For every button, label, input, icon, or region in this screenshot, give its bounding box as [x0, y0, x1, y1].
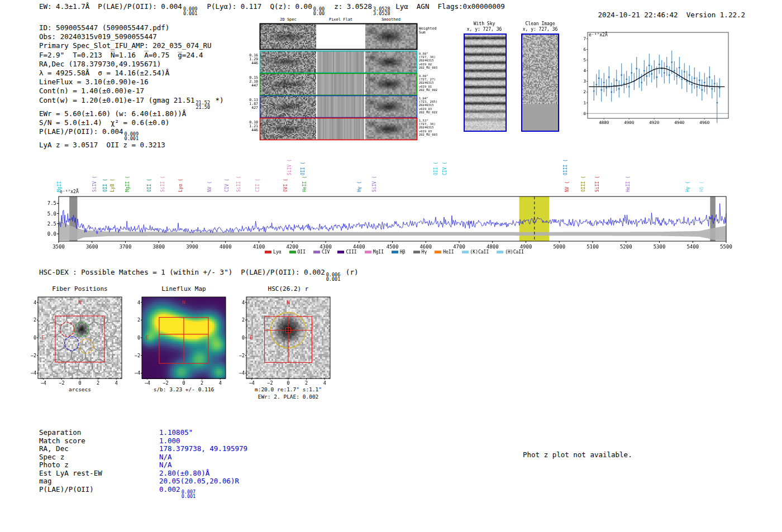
- legend-item: Hγ: [413, 250, 427, 255]
- match-value: N/A: [159, 453, 172, 462]
- legend-label: MgII: [373, 250, 384, 255]
- stacked-uncertainty: 0.0060.001: [326, 272, 341, 281]
- cutout-row-weights: 0.161.29446: [239, 54, 258, 65]
- info-line-13: LyA z = 3.0517 OII z = 0.3213: [39, 141, 224, 150]
- spectrum-line-legend: LyαOIICIVCIIIMgIIHβHγHeII(K)CaII(H)CaII: [34, 250, 755, 255]
- stacked-uncertainty: 0.0070.001: [182, 490, 196, 499]
- info-line-2: Obs: 20240315v019_5090055447: [39, 32, 224, 41]
- cutout-row-meta: 0.80"(727, 36)20240315v019_02202_RU_003: [419, 52, 437, 69]
- legend-item: CIII: [337, 250, 356, 255]
- hsc-cutout-title: HSC(26.2) r: [246, 285, 330, 293]
- catalog-match-table: Separation1.10805"Match score1.000RA, De…: [39, 429, 247, 499]
- hsc-caption-2: EWr: 2. PLAE: 0.002: [238, 394, 338, 400]
- legend-swatch: [413, 251, 420, 253]
- info-line-3: Primary Spec_Slot_IFU_AMP: 202_035_074_R…: [39, 41, 224, 50]
- match-value: 1.10805": [159, 429, 193, 437]
- legend-item: Lyα: [265, 250, 281, 255]
- legend-item: (K)CaII: [462, 250, 489, 255]
- info-line-9: Cont(w) = 1.20(±0.01)e-17 (gmag 21.5121.…: [39, 96, 224, 109]
- lineflux-map-canvas: [125, 293, 230, 385]
- cutout-row-meta: 1.53"(727, 36)20240315v019_03202_RU_003: [419, 119, 437, 136]
- clean-image-canvas: [521, 33, 559, 132]
- with-sky-canvas: [464, 33, 507, 132]
- lineflux-map-title: Lineflux Map: [142, 285, 226, 293]
- fiber-2d-cutouts-canvas: [246, 17, 444, 142]
- info-line-5: RA,Dec (178.379730,49.195671): [39, 60, 224, 69]
- fiber-positions-title: Fiber Positions: [38, 285, 122, 293]
- weighted-sum-label: WeightedSum: [419, 27, 436, 35]
- cutout-row-meta: 1.04"(723, 205)20240315v019_03202_RU_022: [419, 97, 437, 114]
- match-row: Est LyA rest-EW2.80(±0.80)Å: [39, 469, 247, 478]
- info-line-1: ID: 5090055447 (5090055447.pdf): [39, 23, 224, 32]
- match-value: 20.05(20.05,20.06)R: [159, 477, 239, 486]
- legend-swatch: [289, 251, 296, 253]
- cutout-row-meta: 0.80"(727, 27)20240315v019_01202_RU_002: [419, 74, 437, 92]
- match-row: mag20.05(20.05,20.06)R: [39, 477, 247, 486]
- elixer-report-page: { "meta": {"generated": "2024-10-21 22:4…: [0, 0, 782, 532]
- line-fit-zoom-plot: [579, 27, 731, 126]
- fiber-positions-canvas: [21, 293, 126, 385]
- clean-image-title: Clean Image x, y: 727, 36: [509, 21, 571, 32]
- report-datetime: 2024-10-21 22:46:42: [598, 11, 678, 19]
- legend-item: Hβ: [392, 250, 406, 255]
- full-spectrum-plot: [34, 150, 755, 250]
- lineflux-caption: s/b: 3.23 +/- 0.116: [133, 386, 234, 392]
- legend-swatch: [462, 251, 469, 253]
- info-line-8: Cont(n) = 1.40(±0.00)e-17: [39, 87, 224, 95]
- cutout-row-weights: 0.131.87427: [239, 98, 258, 110]
- with-sky-title: With Sky x, y: 727, 36: [454, 21, 515, 32]
- weighted-sum-line: Sum: [419, 31, 436, 35]
- match-row: Match score1.000: [39, 437, 247, 445]
- header-datetime: 2024-10-21 22:46:42 Version 1.22.2: [590, 2, 745, 19]
- match-value: 178.379738, 49.195979: [159, 445, 247, 453]
- match-row: Spec zN/A: [39, 453, 247, 462]
- hsc-dex-match-line: HSC-DEX : Possible Matches = 1 (within +…: [39, 268, 358, 281]
- legend-label: CIII: [346, 250, 356, 255]
- match-value: 1.000: [159, 437, 180, 445]
- info-line-10: EWr = 5.60(±1.60) (w: 6.40(±1.80))Å: [39, 109, 224, 118]
- legend-swatch: [313, 251, 320, 253]
- match-label: Match score: [39, 437, 159, 445]
- info-line-7: LineFlux = 3.10(±0.90)e-16: [39, 78, 224, 87]
- info-line-11: S/N = 5.0(±1.4) χ² = 0.6(±0.0): [39, 118, 224, 127]
- detection-info-block: ID: 5090055447 (5090055447.pdf)Obs: 2024…: [39, 23, 224, 150]
- stacked-uncertainty: 3.05283.0528: [373, 7, 390, 16]
- cutout-row-weights: 0.101.21446: [239, 121, 258, 132]
- match-label: Separation: [39, 429, 159, 437]
- match-row: P(LAE)/P(OII)0.0020.0070.001: [39, 486, 247, 499]
- with-sky-title-text: With Sky: [454, 21, 515, 27]
- legend-label: Hβ: [400, 250, 406, 255]
- clean-image-xy: x, y: 727, 36: [509, 27, 571, 32]
- legend-item: MgII: [365, 250, 384, 255]
- match-row: Separation1.10805": [39, 429, 247, 437]
- match-row: Photo zN/A: [39, 461, 247, 469]
- legend-label: HeII: [443, 250, 454, 255]
- info-line-4: F=2.9" T=0.213 N̅=1.16 A̅=0.75 g̅=24.4: [39, 51, 224, 60]
- stacked-uncertainty: 0.000.00: [313, 7, 325, 16]
- match-label: P(LAE)/P(OII): [39, 486, 159, 499]
- legend-item: HeII: [435, 250, 454, 255]
- match-label: RA, Dec: [39, 445, 159, 453]
- hsc-cutout-canvas: [230, 293, 335, 385]
- photz-note: Phot z plot not available.: [523, 450, 632, 459]
- match-row: RA, Dec178.379738, 49.195979: [39, 445, 247, 453]
- legend-swatch: [497, 251, 503, 253]
- report-version: Version 1.22.2: [686, 11, 745, 19]
- legend-swatch: [365, 251, 371, 253]
- legend-label: Lyα: [273, 250, 281, 255]
- legend-label: (H)CaII: [505, 250, 524, 255]
- legend-swatch: [337, 251, 344, 253]
- match-value: 0.0020.0070.001: [159, 486, 197, 499]
- legend-swatch: [265, 251, 271, 253]
- match-value: 2.80(±0.80)Å: [159, 469, 209, 478]
- match-value: N/A: [159, 461, 172, 469]
- stacked-uncertainty: 0.0090.001: [183, 7, 198, 16]
- with-sky-xy: x, y: 727, 36: [454, 27, 515, 32]
- match-label: Est LyA rest-EW: [39, 469, 159, 478]
- fiber-xlabel: arcsecs: [30, 386, 130, 392]
- match-label: Spec z: [39, 453, 159, 462]
- info-line-6: λ = 4925.58Å σ = 14.16(±2.54)Å: [39, 69, 224, 78]
- legend-item: OII: [289, 250, 306, 255]
- stacked-uncertainty: 0.0090.001: [125, 132, 139, 141]
- legend-label: Hγ: [422, 250, 427, 255]
